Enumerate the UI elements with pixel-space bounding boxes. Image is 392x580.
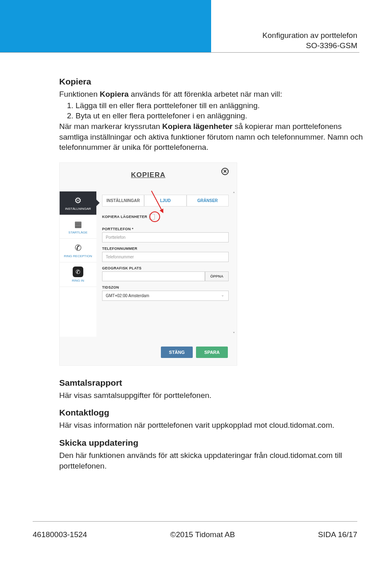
header-info: Konfiguration av porttelefon SO-3396-GSM [263, 31, 357, 51]
tab-granser[interactable]: GRÄNSER [187, 195, 229, 207]
list-item: Byta ut en eller flera porttelefoner i e… [76, 111, 368, 121]
doc-number: 46180003-1524 [33, 530, 87, 539]
sidebar-item-reception[interactable]: ✆ RING RECEPTION [60, 239, 96, 262]
phone-icon: ✆ [60, 243, 96, 253]
copyright: ©2015 Tidomat AB [170, 530, 235, 539]
header-blue-block [0, 0, 211, 52]
samtalsrapport-text: Här visas samtalsuppgifter för porttelef… [59, 390, 368, 401]
geografisk-label: GEOGRAFISK PLATS [102, 266, 229, 270]
kontaktlogg-text: Här visas information när porttelefonen … [59, 420, 368, 431]
close-icon[interactable]: ✕ [221, 168, 229, 175]
close-button[interactable]: STÄNG [161, 347, 193, 358]
skicka-text: Den här funktionen används för att skick… [59, 450, 368, 471]
heading-kontaktlogg: Kontaktlogg [59, 408, 368, 418]
tidszon-select[interactable]: GMT+02:00 Amsterdam [102, 291, 229, 301]
footer-divider [33, 521, 357, 522]
sidebar-item-settings[interactable]: ⚙ INSTÄLLNINGAR [60, 191, 96, 215]
list-item: Lägga till en eller flera porttelefoner … [76, 100, 368, 111]
gear-icon: ⚙ [60, 196, 96, 205]
kopiera-para2: När man markerar kryssrutan Kopiera läge… [59, 121, 368, 153]
page-footer: 46180003-1524 ©2015 Tidomat AB SIDA 16/1… [33, 530, 357, 539]
chevron-up-icon[interactable]: ˄ [233, 191, 235, 197]
tab-ljud[interactable]: LJUD [144, 195, 186, 207]
open-button[interactable]: ÖPPNA [205, 271, 229, 281]
header-divider [0, 52, 359, 53]
heading-samtalsrapport: Samtalsrapport [59, 378, 368, 388]
app-screenshot: ✕ KOPIERA ⚙ INSTÄLLNINGAR ▦ STARTLÄGE ✆ … [59, 162, 237, 366]
save-button[interactable]: SPARA [196, 347, 228, 358]
chevron-down-icon[interactable]: ˅ [233, 331, 235, 337]
dialog-main: INSTÄLLNINGAR LJUD GRÄNSER KOPIERA LÄGEN… [96, 191, 237, 337]
dialog-footer: STÄNG SPARA [161, 347, 228, 358]
doc-title: Konfiguration av porttelefon [263, 31, 357, 41]
annotation-circle [149, 211, 160, 222]
tab-bar: INSTÄLLNINGAR LJUD GRÄNSER [102, 195, 229, 207]
telefonnummer-label: TELEFONNUMMER [102, 247, 229, 251]
copy-apartments-row: KOPIERA LÄGENHETER [102, 214, 229, 220]
doc-model: SO-3396-GSM [263, 41, 357, 51]
geografisk-input[interactable] [102, 271, 205, 281]
building-icon: ▦ [60, 219, 96, 229]
dialog-title: KOPIERA [60, 163, 237, 179]
copy-apartments-label: KOPIERA LÄGENHETER [102, 215, 147, 219]
sidebar-item-startlage[interactable]: ▦ STARTLÄGE [60, 215, 96, 239]
heading-skicka: Skicka uppdatering [59, 438, 368, 448]
heading-kopiera: Kopiera [59, 77, 368, 87]
porttelefon-label: PORTTELEFON * [102, 227, 229, 231]
page-number: SIDA 16/17 [318, 530, 357, 539]
phone-in-icon: ✆ [60, 267, 96, 277]
telefonnummer-input[interactable]: Telefonnummer [102, 252, 229, 262]
sidebar-nav: ⚙ INSTÄLLNINGAR ▦ STARTLÄGE ✆ RING RECEP… [60, 191, 96, 337]
kopiera-list: Lägga till en eller flera porttelefoner … [76, 100, 368, 121]
sidebar-item-ringin[interactable]: ✆ RING IN [60, 262, 96, 287]
porttelefon-input[interactable]: Porttelefon [102, 232, 229, 242]
tidszon-label: TIDSZON [102, 285, 229, 289]
kopiera-intro: Funktionen Kopiera används för att fören… [59, 89, 368, 100]
scrollbar[interactable]: ˄ ˅ [232, 191, 236, 337]
tab-settings[interactable]: INSTÄLLNINGAR [102, 195, 144, 207]
